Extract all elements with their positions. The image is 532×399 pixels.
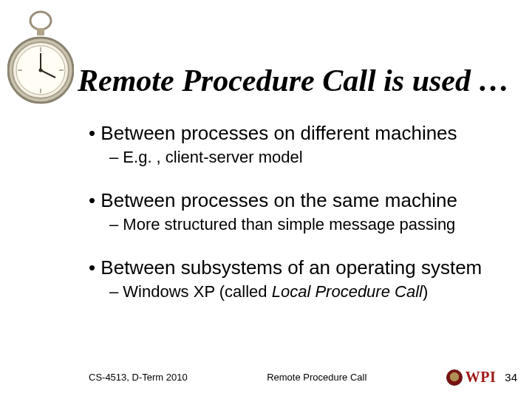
sub-bullet: E.g. , client-server model [89,148,525,167]
svg-rect-1 [37,28,44,35]
slide-footer: CS-4513, D-Term 2010 Remote Procedure Ca… [89,369,517,386]
bullet-item: Between processes on the same machine [89,189,525,212]
bullet-item: Between subsystems of an operating syste… [89,256,525,279]
wpi-logo: WPI [446,369,497,386]
bullet-item: Between processes on different machines [89,122,525,145]
sub-bullet-text: Windows XP (called [123,282,271,301]
sub-bullet-italic: Local Procedure Call [272,282,423,301]
wpi-seal-icon [446,369,463,386]
pocket-watch-image [7,7,74,107]
sub-bullet-text: ) [423,282,428,301]
sub-bullet: More structured than simple message pass… [89,215,525,234]
slide-title: Remote Procedure Call is used … [78,63,509,98]
footer-topic: Remote Procedure Call [188,372,446,383]
svg-point-11 [39,69,43,72]
slide-number: 34 [505,371,517,383]
sub-bullet: Windows XP (called Local Procedure Call) [89,282,525,301]
svg-point-0 [30,12,51,30]
wpi-logo-text: WPI [466,369,497,386]
footer-course-info: CS-4513, D-Term 2010 [89,372,188,383]
slide-body: Between processes on different machines … [89,122,525,324]
